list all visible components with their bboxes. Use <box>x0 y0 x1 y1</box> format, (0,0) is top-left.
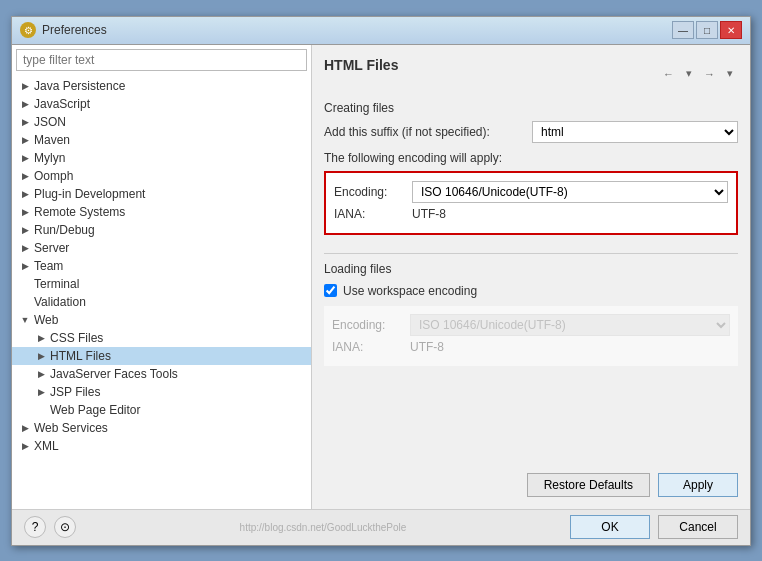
encoding-select[interactable]: ISO 10646/Unicode(UTF-8) <box>412 181 728 203</box>
use-workspace-label: Use workspace encoding <box>343 284 477 298</box>
watermark: http://blog.csdn.net/GoodLuckthePole <box>240 522 407 533</box>
creating-files-label: Creating files <box>324 101 738 115</box>
title-bar: ⚙ Preferences — □ ✕ <box>12 17 750 45</box>
arrow-oomph <box>20 171 30 181</box>
bottom-buttons: Restore Defaults Apply <box>324 465 738 497</box>
arrow-run-debug <box>20 225 30 235</box>
arrow-mylyn <box>20 153 30 163</box>
filter-input[interactable] <box>16 49 307 71</box>
loading-encoding-row: Encoding: ISO 10646/Unicode(UTF-8) <box>332 314 730 336</box>
tree-item-html-files[interactable]: HTML Files <box>12 347 311 365</box>
tree-item-plug-in-development[interactable]: Plug-in Development <box>12 185 311 203</box>
arrow-jsp-files <box>36 387 46 397</box>
tree-item-css-files[interactable]: CSS Files <box>12 329 311 347</box>
tree-item-web-services[interactable]: Web Services <box>12 419 311 437</box>
arrow-terminal <box>20 279 30 289</box>
tree-item-mylyn[interactable]: Mylyn <box>12 149 311 167</box>
forward-dropdown-button[interactable]: ▾ <box>722 64 738 83</box>
arrow-json <box>20 117 30 127</box>
tree-item-run-debug[interactable]: Run/Debug <box>12 221 311 239</box>
loading-encoding-select: ISO 10646/Unicode(UTF-8) <box>410 314 730 336</box>
tree-item-maven[interactable]: Maven <box>12 131 311 149</box>
arrow-team <box>20 261 30 271</box>
window-icon: ⚙ <box>20 22 36 38</box>
section-divider <box>324 253 738 254</box>
back-button[interactable]: ← <box>658 65 679 83</box>
suffix-label: Add this suffix (if not specified): <box>324 125 524 139</box>
tree-item-java-persistence[interactable]: Java Persistence <box>12 77 311 95</box>
arrow-maven <box>20 135 30 145</box>
footer-ok-cancel: OK Cancel <box>570 515 738 539</box>
arrow-javascript <box>20 99 30 109</box>
loading-encoding-label: Encoding: <box>332 318 402 332</box>
tree-container: Java Persistence JavaScript JSON Maven M… <box>12 75 311 509</box>
footer-bar: ? ⊙ http://blog.csdn.net/GoodLuckthePole… <box>12 509 750 545</box>
right-panel: HTML Files ← ▾ → ▾ Creating files Add th… <box>312 45 750 509</box>
tree-item-terminal[interactable]: Terminal <box>12 275 311 293</box>
arrow-html-files <box>36 351 46 361</box>
iana-label: IANA: <box>334 207 404 221</box>
tree-item-javaserver-faces[interactable]: JavaServer Faces Tools <box>12 365 311 383</box>
cancel-button[interactable]: Cancel <box>658 515 738 539</box>
arrow-validation <box>20 297 30 307</box>
tree-item-web[interactable]: Web <box>12 311 311 329</box>
arrow-web <box>20 315 30 325</box>
title-bar-left: ⚙ Preferences <box>20 22 107 38</box>
panel-title: HTML Files <box>324 57 398 79</box>
tree-item-oomph[interactable]: Oomph <box>12 167 311 185</box>
arrow-remote-systems <box>20 207 30 217</box>
right-header: HTML Files ← ▾ → ▾ <box>324 57 738 91</box>
back-dropdown-button[interactable]: ▾ <box>681 64 697 83</box>
arrow-web-services <box>20 423 30 433</box>
tree-item-remote-systems[interactable]: Remote Systems <box>12 203 311 221</box>
tree-item-json[interactable]: JSON <box>12 113 311 131</box>
loading-iana-label: IANA: <box>332 340 402 354</box>
info-button[interactable]: ⊙ <box>54 516 76 538</box>
encoding-note: The following encoding will apply: <box>324 151 738 165</box>
arrow-server <box>20 243 30 253</box>
help-button[interactable]: ? <box>24 516 46 538</box>
arrow-java-persistence <box>20 81 30 91</box>
minimize-button[interactable]: — <box>672 21 694 39</box>
arrow-javaserver-faces <box>36 369 46 379</box>
tree-item-validation[interactable]: Validation <box>12 293 311 311</box>
tree-item-team[interactable]: Team <box>12 257 311 275</box>
maximize-button[interactable]: □ <box>696 21 718 39</box>
use-workspace-checkbox[interactable] <box>324 284 337 297</box>
footer-icons: ? ⊙ <box>24 516 76 538</box>
encoding-box: Encoding: ISO 10646/Unicode(UTF-8) IANA:… <box>324 171 738 235</box>
arrow-plug-in-development <box>20 189 30 199</box>
preferences-window: ⚙ Preferences — □ ✕ Java Persistence Jav… <box>11 16 751 546</box>
forward-button[interactable]: → <box>699 65 720 83</box>
restore-defaults-button[interactable]: Restore Defaults <box>527 473 650 497</box>
arrow-css-files <box>36 333 46 343</box>
close-button[interactable]: ✕ <box>720 21 742 39</box>
tree-item-server[interactable]: Server <box>12 239 311 257</box>
main-content: Java Persistence JavaScript JSON Maven M… <box>12 45 750 509</box>
apply-button[interactable]: Apply <box>658 473 738 497</box>
arrow-xml <box>20 441 30 451</box>
window-title: Preferences <box>42 23 107 37</box>
loading-iana-row: IANA: UTF-8 <box>332 340 730 354</box>
suffix-row: Add this suffix (if not specified): html <box>324 121 738 143</box>
ok-button[interactable]: OK <box>570 515 650 539</box>
arrow-web-page-editor <box>36 405 46 415</box>
nav-icons: ← ▾ → ▾ <box>658 64 738 83</box>
tree-item-xml[interactable]: XML <box>12 437 311 455</box>
suffix-select[interactable]: html <box>532 121 738 143</box>
encoding-row: Encoding: ISO 10646/Unicode(UTF-8) <box>334 181 728 203</box>
loading-encoding-box: Encoding: ISO 10646/Unicode(UTF-8) IANA:… <box>324 306 738 366</box>
loading-files-label: Loading files <box>324 262 738 276</box>
iana-row: IANA: UTF-8 <box>334 207 728 221</box>
tree-item-web-page-editor[interactable]: Web Page Editor <box>12 401 311 419</box>
left-panel: Java Persistence JavaScript JSON Maven M… <box>12 45 312 509</box>
encoding-label: Encoding: <box>334 185 404 199</box>
title-buttons: — □ ✕ <box>672 21 742 39</box>
tree-item-jsp-files[interactable]: JSP Files <box>12 383 311 401</box>
loading-iana-value: UTF-8 <box>410 340 444 354</box>
tree-item-javascript[interactable]: JavaScript <box>12 95 311 113</box>
use-workspace-row: Use workspace encoding <box>324 284 738 298</box>
iana-value: UTF-8 <box>412 207 446 221</box>
